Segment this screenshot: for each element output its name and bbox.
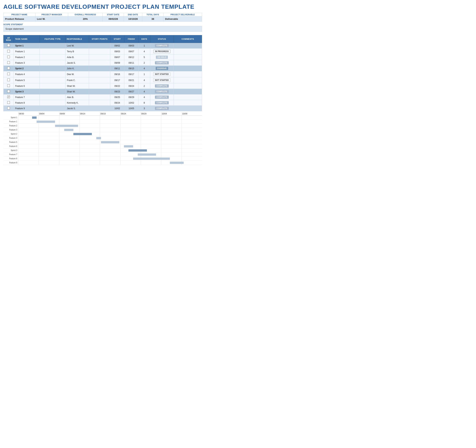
- task-name-cell: Feature 4: [14, 71, 40, 77]
- gantt-grid-col: [39, 140, 59, 144]
- table-row: Feature 9Jacob S.10/0210/053COMPLETE: [4, 106, 202, 111]
- col-header-project-name: PROJECT NAME: [4, 13, 35, 17]
- at-risk-checkbox[interactable]: [7, 56, 10, 58]
- at-risk-checkbox[interactable]: [7, 101, 10, 104]
- comments-cell: [174, 89, 202, 94]
- th-at-risk: ATRISK: [4, 35, 14, 43]
- at-risk-cell[interactable]: [4, 83, 14, 89]
- days-cell: 2: [138, 60, 150, 66]
- status-badge: COMPLETE: [155, 61, 169, 64]
- comments-cell: [174, 55, 202, 60]
- comments-cell: [174, 60, 202, 66]
- gantt-grid-col: [141, 124, 161, 128]
- at-risk-cell[interactable]: [4, 71, 14, 77]
- at-risk-checkbox[interactable]: [7, 84, 10, 87]
- finish-cell: 10/02: [124, 100, 138, 106]
- story-points-cell: [89, 100, 110, 106]
- at-risk-cell[interactable]: [4, 60, 14, 66]
- at-risk-cell[interactable]: [4, 94, 14, 100]
- gantt-grid-col: [79, 157, 100, 160]
- responsible-cell: Shari W.: [66, 83, 89, 89]
- status-cell: COMPLETE: [150, 89, 174, 94]
- at-risk-cell[interactable]: [4, 66, 14, 71]
- status-cell: COMPLETE: [150, 94, 174, 100]
- at-risk-checkbox[interactable]: [7, 90, 10, 93]
- at-risk-cell[interactable]: [4, 89, 14, 94]
- gantt-grid-lines: [18, 153, 202, 156]
- gantt-grid-col: [100, 148, 120, 152]
- finish-cell: 09/29: [124, 94, 138, 100]
- end-date-value: 10/10/28: [124, 17, 142, 22]
- col-header-project-deliverable: PROJECT DELIVERABLE: [164, 13, 202, 17]
- feature-type-cell: [40, 89, 66, 94]
- gantt-grid-col: [79, 120, 100, 124]
- th-story-points: STORY POINTS: [89, 35, 110, 43]
- gantt-grid-col: [59, 161, 79, 165]
- task-name-cell: Feature 8: [14, 100, 40, 106]
- gantt-grid-col: [120, 116, 141, 119]
- status-badge: COMPLETE: [155, 101, 169, 104]
- gantt-row: Feature 8: [3, 157, 202, 161]
- status-badge: NOT STARTED: [153, 78, 170, 82]
- gantt-row: Sprint 1: [3, 116, 202, 120]
- gantt-body: Sprint 1Feature 1Feature 2Feature 3Sprin…: [3, 116, 202, 165]
- at-risk-cell[interactable]: [4, 77, 14, 83]
- gantt-grid-col: [39, 132, 59, 136]
- at-risk-checkbox[interactable]: [7, 61, 10, 64]
- gantt-grid-col: [18, 161, 39, 165]
- gantt-row-bars: [18, 120, 202, 124]
- gantt-bar: [133, 158, 170, 160]
- at-risk-checkbox[interactable]: [7, 50, 10, 52]
- at-risk-cell[interactable]: [4, 43, 14, 49]
- col-header-overall-progress: OVERALL PROGRESS: [68, 13, 102, 17]
- at-risk-checkbox[interactable]: [7, 96, 10, 98]
- status-cell: COMPLETE: [150, 60, 174, 66]
- status-badge: COMPLETE: [155, 84, 169, 88]
- days-cell: 3: [138, 106, 150, 111]
- gantt-row-bars: [18, 116, 202, 119]
- at-risk-checkbox[interactable]: [7, 44, 10, 47]
- feature-type-cell: [40, 83, 66, 89]
- status-cell: COMPLETE: [150, 43, 174, 49]
- gantt-row-bars: [18, 161, 202, 165]
- gantt-grid-col: [161, 144, 181, 148]
- gantt-row-label: Feature 4: [3, 137, 18, 139]
- task-name-cell: Sprint 3: [14, 89, 40, 94]
- gantt-row-bars: [18, 128, 202, 132]
- at-risk-checkbox[interactable]: [7, 107, 10, 109]
- gantt-row-label: Sprint 1: [3, 116, 18, 119]
- gantt-grid-col: [18, 144, 39, 148]
- responsible-cell: John K.: [66, 66, 89, 71]
- gantt-grid-col: [182, 140, 202, 144]
- table-row: Feature 7Alex B.09/2509/294COMPLETE: [4, 94, 202, 100]
- at-risk-checkbox[interactable]: [7, 79, 10, 81]
- task-name-cell: Feature 1: [14, 49, 40, 55]
- gantt-bar: [101, 141, 119, 143]
- gantt-grid-col: [18, 153, 39, 156]
- gantt-grid-col: [59, 116, 79, 119]
- gantt-grid-col: [182, 157, 202, 160]
- at-risk-cell[interactable]: [4, 106, 14, 111]
- responsible-cell: Artie B.: [66, 55, 89, 60]
- at-risk-cell[interactable]: [4, 55, 14, 60]
- gantt-date-label: 09/29: [141, 112, 161, 115]
- gantt-grid-col: [39, 136, 59, 140]
- at-risk-checkbox[interactable]: [7, 73, 10, 75]
- project-name-value: Product Release: [4, 17, 35, 22]
- days-cell: 2: [138, 83, 150, 89]
- at-risk-cell[interactable]: [4, 100, 14, 106]
- gantt-grid-col: [141, 144, 161, 148]
- story-points-cell: [89, 55, 110, 60]
- col-header-end-date: END DATE: [124, 13, 142, 17]
- at-risk-cell[interactable]: [4, 49, 14, 55]
- status-cell: OVERDUE: [150, 66, 174, 71]
- gantt-grid-col: [79, 148, 100, 152]
- at-risk-checkbox[interactable]: [7, 67, 10, 69]
- gantt-bar: [138, 153, 156, 156]
- story-points-cell: [89, 60, 110, 66]
- gantt-grid-col: [141, 120, 161, 124]
- gantt-grid-col: [141, 136, 161, 140]
- story-points-cell: [89, 94, 110, 100]
- gantt-grid-col: [59, 140, 79, 144]
- project-info-table: PROJECT NAME PROJECT MANAGER OVERALL PRO…: [3, 13, 202, 22]
